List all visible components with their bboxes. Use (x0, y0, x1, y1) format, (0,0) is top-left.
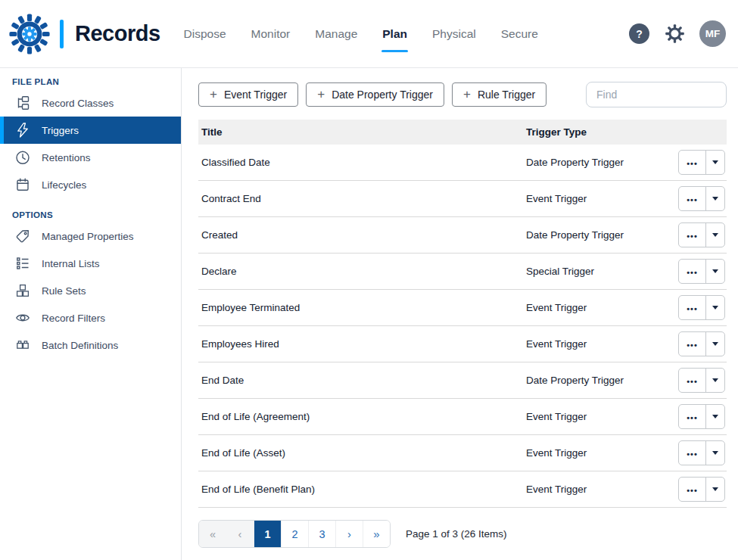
more-actions-icon[interactable]: ••• (679, 151, 706, 174)
sidebar-item-label: Retentions (42, 152, 91, 163)
sidebar-section-options: OPTIONS (12, 210, 169, 219)
add-event-trigger-button[interactable]: + Event Trigger (198, 82, 298, 107)
record-classes-icon (15, 95, 30, 110)
caret-down-icon (712, 233, 718, 237)
table-row[interactable]: Declare Special Trigger ••• (198, 254, 727, 290)
row-title: End of Life (Asset) (198, 447, 526, 459)
sidebar-item-label: Lifecycles (42, 179, 86, 191)
row-trigger-type: Event Trigger (526, 338, 674, 350)
sidebar-item-record-filters[interactable]: Record Filters (0, 304, 181, 331)
previous-page-button[interactable]: ‹ (226, 521, 254, 547)
help-icon[interactable]: ? (629, 23, 649, 44)
actions-dropdown-button[interactable] (706, 296, 724, 319)
more-actions-icon[interactable]: ••• (679, 441, 706, 465)
table-row[interactable]: End of Life (Asset) Event Trigger ••• (198, 435, 727, 471)
actions-dropdown-button[interactable] (706, 441, 724, 465)
more-actions-icon[interactable]: ••• (679, 405, 706, 428)
actions-dropdown-button[interactable] (706, 151, 724, 174)
top-nav: Dispose Monitor Manage Plan Physical Sec… (183, 0, 539, 67)
sidebar-item-triggers[interactable]: Triggers (0, 117, 181, 144)
actions-dropdown-button[interactable] (706, 369, 724, 392)
add-date-property-trigger-label: Date Property Trigger (332, 89, 433, 101)
more-actions-icon[interactable]: ••• (679, 260, 706, 283)
table-row[interactable]: Employee Terminated Event Trigger ••• (198, 290, 727, 326)
page-button-2[interactable]: 2 (281, 521, 308, 547)
more-actions-icon[interactable]: ••• (679, 223, 706, 247)
sidebar-item-rule-sets[interactable]: Rule Sets (0, 277, 181, 304)
nav-item-plan[interactable]: Plan (381, 24, 408, 44)
main-content: + Event Trigger + Date Property Trigger … (182, 68, 738, 560)
sidebar-item-internal-lists[interactable]: Internal Lists (0, 250, 181, 277)
sidebar-item-label: Record Classes (42, 98, 114, 109)
actions-dropdown-button[interactable] (706, 260, 724, 283)
table-row[interactable]: Employees Hired Event Trigger ••• (198, 326, 727, 362)
caret-down-icon (712, 342, 718, 346)
table-row[interactable]: Contract End Event Trigger ••• (198, 181, 727, 217)
actions-dropdown-button[interactable] (706, 187, 724, 210)
row-title: Classified Date (198, 157, 526, 168)
table-row[interactable]: End of Life (Benefit Plan) Event Trigger… (198, 471, 727, 508)
row-actions-split-button: ••• (678, 259, 725, 284)
user-avatar[interactable]: MF (699, 20, 726, 47)
sidebar-item-lifecycles[interactable]: Lifecycles (0, 171, 181, 198)
add-date-property-trigger-button[interactable]: + Date Property Trigger (306, 82, 444, 107)
add-rule-trigger-label: Rule Trigger (478, 89, 535, 101)
add-event-trigger-label: Event Trigger (224, 89, 287, 101)
actions-dropdown-button[interactable] (706, 223, 724, 247)
caret-down-icon (712, 160, 718, 164)
sidebar-section-file-plan: FILE PLAN (12, 77, 169, 86)
actions-dropdown-button[interactable] (706, 332, 724, 356)
more-actions-icon[interactable]: ••• (679, 369, 706, 392)
row-title: End of Life (Agreement) (198, 411, 526, 422)
settings-gear-icon[interactable] (664, 23, 685, 45)
table-row[interactable]: End of Life (Agreement) Event Trigger ••… (198, 399, 727, 435)
pager-buttons: « ‹ 1 2 3 › » (198, 520, 391, 548)
sidebar-item-batch-definitions[interactable]: Batch Definitions (0, 331, 181, 359)
sidebar-item-retentions[interactable]: Retentions (0, 144, 181, 171)
table-row[interactable]: Created Date Property Trigger ••• (198, 217, 727, 254)
page-button-1[interactable]: 1 (254, 521, 281, 547)
app-title: Records (75, 21, 160, 46)
sidebar-item-label: Managed Properties (42, 231, 134, 242)
more-actions-icon[interactable]: ••• (679, 478, 706, 501)
tag-icon (15, 229, 30, 244)
first-page-button[interactable]: « (199, 521, 226, 547)
row-trigger-type: Date Property Trigger (526, 375, 674, 386)
column-header-trigger-type: Trigger Type (526, 126, 674, 138)
nav-item-physical[interactable]: Physical (431, 24, 477, 44)
row-actions-split-button: ••• (678, 150, 725, 175)
row-trigger-type: Special Trigger (526, 266, 674, 277)
triggers-icon (15, 123, 30, 138)
nav-item-monitor[interactable]: Monitor (251, 24, 291, 44)
add-rule-trigger-button[interactable]: + Rule Trigger (452, 82, 546, 107)
next-page-button[interactable]: › (335, 521, 363, 547)
retentions-clock-icon (15, 150, 30, 165)
more-actions-icon[interactable]: ••• (679, 187, 706, 210)
lifecycles-calendar-icon (15, 177, 30, 192)
more-actions-icon[interactable]: ••• (679, 296, 706, 319)
find-input[interactable] (586, 82, 727, 107)
plus-icon: + (210, 88, 217, 101)
page-button-3[interactable]: 3 (308, 521, 335, 547)
nav-item-dispose[interactable]: Dispose (183, 24, 227, 44)
sidebar: FILE PLAN Record Classes Trig (0, 68, 182, 560)
sidebar-item-managed-properties[interactable]: Managed Properties (0, 222, 181, 250)
row-actions-split-button: ••• (678, 331, 725, 356)
caret-down-icon (712, 451, 718, 455)
table-row[interactable]: Classified Date Date Property Trigger ••… (198, 145, 727, 181)
row-title: Created (198, 229, 526, 241)
table-row[interactable]: End Date Date Property Trigger ••• (198, 362, 727, 399)
row-title: Contract End (198, 193, 526, 204)
header-actions: ? MF (629, 20, 726, 47)
page-summary: Page 1 of 3 (26 Items) (406, 528, 507, 540)
caret-down-icon (712, 306, 718, 310)
last-page-button[interactable]: » (363, 521, 390, 547)
nav-item-manage[interactable]: Manage (314, 24, 358, 44)
row-trigger-type: Date Property Trigger (526, 229, 674, 241)
nav-item-secure[interactable]: Secure (500, 24, 539, 44)
sidebar-item-record-classes[interactable]: Record Classes (0, 89, 181, 117)
actions-dropdown-button[interactable] (706, 405, 724, 428)
caret-down-icon (712, 378, 718, 382)
more-actions-icon[interactable]: ••• (679, 332, 706, 356)
actions-dropdown-button[interactable] (706, 478, 724, 501)
